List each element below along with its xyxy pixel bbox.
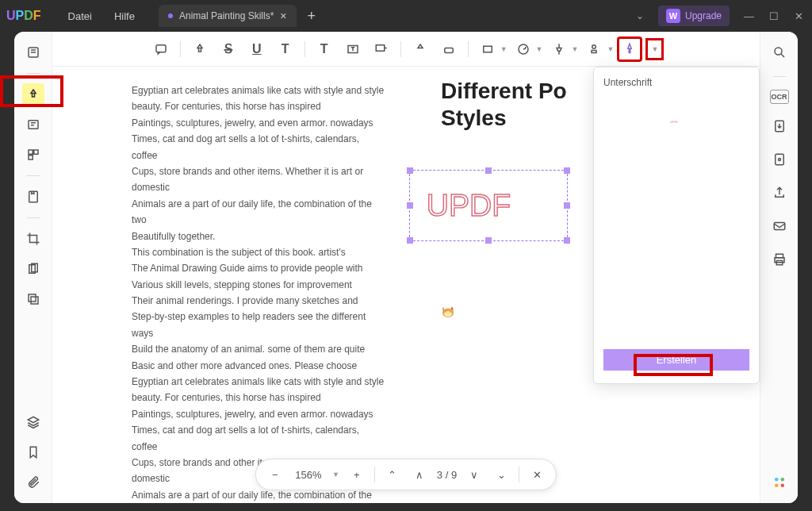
form-tool-icon[interactable] [22,144,44,166]
svg-point-22 [775,48,782,55]
sticker-icon[interactable] [511,36,536,62]
signature-panel-title: Unterschrift [603,77,749,88]
zoom-dropdown-icon[interactable]: ▼ [332,471,339,478]
signature-panel: Unterschrift UPDF Erstellen [593,67,760,384]
textbox-icon[interactable] [340,36,366,62]
document-tab[interactable]: Animal Painting Skills* × [159,5,297,27]
underline-icon[interactable]: U [244,36,270,62]
zoom-out-icon[interactable]: − [266,465,285,484]
pushpin-icon[interactable] [546,36,572,62]
callout-icon[interactable] [369,36,394,62]
svg-rect-12 [376,44,385,51]
email-icon[interactable] [768,215,791,237]
svg-point-25 [778,159,780,161]
edit-text-icon[interactable] [22,113,44,136]
callout-highlight-left [0,75,63,107]
svg-rect-13 [444,48,453,52]
page-heading: Different PoStyles [441,78,567,131]
svg-rect-26 [774,223,785,230]
tab-title: Animal Painting Skills* [179,10,274,21]
svg-point-19 [446,312,446,313]
ocr-icon[interactable]: OCR [770,90,789,104]
svg-point-30 [775,478,779,482]
new-tab-button[interactable]: + [308,8,316,25]
squiggly-icon[interactable]: T [273,36,298,62]
svg-point-18 [444,311,452,317]
svg-point-16 [592,44,596,48]
workspace: S̶ U T T ▼ ▼ ▼ ▼ ▼ Egyptian art celebrat… [14,32,798,503]
tab-indicator-icon [168,13,173,18]
body-text: Egyptian art celebrates animals like cat… [132,83,385,503]
comment-icon[interactable] [148,36,174,62]
first-page-icon[interactable]: ⌃ [383,465,402,484]
annotation-toolbar: S̶ U T T ▼ ▼ ▼ ▼ ▼ [52,32,760,67]
page-navigation-bar: − 156% ▼ + ⌃ ∧ 3 / 9 ∨ ⌄ ✕ [255,459,557,490]
svg-text:UPDF: UPDF [670,121,679,124]
zoom-in-icon[interactable]: + [347,465,366,484]
shape-rect-icon[interactable] [475,36,500,62]
shape-dropdown-icon[interactable]: ▼ [500,45,508,53]
title-bar: UPDF Datei Hilfe Animal Painting Skills*… [0,0,812,32]
pages-tool-icon[interactable] [22,258,44,280]
compress-tool-icon[interactable] [22,288,44,310]
eraser-icon[interactable] [436,36,462,62]
layers-icon[interactable] [22,411,44,433]
search-icon[interactable] [768,41,791,63]
svg-rect-14 [483,46,492,52]
menu-help[interactable]: Hilfe [114,10,135,22]
sticker-dropdown-icon[interactable]: ▼ [536,45,543,53]
attachment-icon[interactable] [22,471,44,494]
apps-icon[interactable] [768,471,791,494]
svg-rect-10 [156,44,166,52]
pencil-icon[interactable] [408,36,433,62]
print-icon[interactable] [768,248,791,271]
organize-pages-icon[interactable] [22,186,44,208]
svg-rect-24 [775,154,783,165]
last-page-icon[interactable]: ⌄ [492,465,511,484]
tab-close-icon[interactable]: × [280,10,286,22]
stamp-icon[interactable] [581,36,607,62]
signature-preview[interactable]: UPDF [603,94,749,150]
strikethrough-icon[interactable]: S̶ [216,36,241,62]
bookmark-icon[interactable] [22,441,44,463]
pushpin-dropdown-icon[interactable]: ▼ [572,45,579,53]
tabs-dropdown-icon[interactable]: ⌄ [636,10,644,21]
protect-icon[interactable] [768,148,791,171]
svg-point-32 [775,484,779,488]
svg-rect-2 [29,150,33,154]
svg-rect-9 [31,297,38,304]
crop-tool-icon[interactable] [22,228,44,250]
svg-rect-3 [33,150,37,154]
svg-point-31 [780,478,784,482]
signature-tool-icon[interactable] [617,36,642,62]
upgrade-badge: W [666,9,680,23]
next-page-icon[interactable]: ∨ [465,465,484,484]
menu-file[interactable]: Datei [68,10,92,22]
reader-mode-icon[interactable] [22,41,44,63]
close-nav-icon[interactable]: ✕ [527,465,546,484]
zoom-level[interactable]: 156% [293,469,324,481]
inserted-signature[interactable]: UPDF [409,170,568,241]
main-area: S̶ U T T ▼ ▼ ▼ ▼ ▼ Egyptian art celebrat… [52,32,760,503]
highlighter-icon[interactable] [187,36,213,62]
window-minimize-icon[interactable]: — [744,10,755,21]
window-maximize-icon[interactable]: ☐ [769,10,780,21]
convert-icon[interactable] [768,115,791,137]
page-indicator[interactable]: 3 / 9 [437,469,457,481]
signature-dropdown-icon[interactable]: ▼ [645,38,664,60]
text-tool-icon[interactable]: T [312,36,337,62]
app-logo: UPDF [6,9,41,23]
stamp-dropdown-icon[interactable]: ▼ [607,45,614,53]
signature-handwriting-icon: UPDF [427,188,511,222]
svg-point-33 [780,484,784,488]
callout-highlight-create [634,354,713,376]
svg-point-20 [450,312,450,313]
window-close-icon[interactable]: ✕ [795,10,806,21]
prev-page-icon[interactable]: ∧ [410,465,429,484]
upgrade-button[interactable]: W Upgrade [658,6,730,26]
share-icon[interactable] [768,182,791,204]
right-sidebar: OCR [760,32,798,503]
svg-rect-4 [29,156,33,159]
svg-rect-8 [29,294,36,302]
